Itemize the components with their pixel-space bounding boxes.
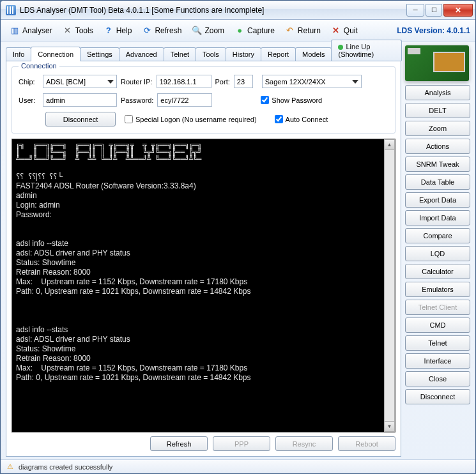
interface-button[interactable]: Interface [405,353,470,369]
capture-icon: ● [234,26,245,36]
scroll-track[interactable] [384,150,395,421]
refresh-icon: ⟳ [142,26,152,36]
calculator-button[interactable]: Calculator [405,264,470,279]
terminal-output[interactable]: ╔╗ ╔══╗╔══╗ ╔══╗╔═╗ ╦╔══╗╦ ╦ ╦╔══╗╔══╗╔═… [12,139,395,432]
tabstrip: Info Connection Settings Advanced Telnet… [6,45,401,61]
side-panel: Analysis DELT Zoom Actions SNRM Tweak Da… [405,45,470,457]
password-input[interactable] [157,93,212,107]
terminal-scrollbar[interactable]: ▲ ▼ [384,139,395,432]
cmd-button[interactable]: CMD [405,317,470,333]
minimize-button[interactable]: ─ [406,4,424,17]
ppp-button[interactable]: PPP [213,436,270,451]
close-button[interactable]: Close [405,371,470,386]
tab-models[interactable]: Models [295,47,332,61]
zoom-icon: 🔍 [192,26,202,36]
reboot-button[interactable]: Reboot [338,436,395,451]
capture-tool[interactable]: ●Capture [231,24,279,38]
export-data-button[interactable]: Export Data [405,192,470,208]
window-title: LDS Analyser (DMT Tool) Beta 4.0.1.1 [So… [20,6,405,15]
zoom-tool[interactable]: 🔍Zoom [188,24,228,38]
tab-info[interactable]: Info [6,47,31,61]
window-close-button[interactable]: ✕ [443,4,473,17]
tab-history[interactable]: History [226,47,261,61]
pcb-image [405,45,469,81]
ascii-banner: ╔╗ ╔══╗╔══╗ ╔══╗╔═╗ ╦╔══╗╦ ╦ ╦╔══╗╔══╗╔═… [16,142,391,163]
app-icon [6,5,16,15]
resync-button[interactable]: Resync [275,436,333,451]
snrm-tweak-button[interactable]: SNRM Tweak [405,157,470,172]
port-input[interactable] [234,75,253,88]
port-label: Port: [215,78,230,86]
refresh-tool[interactable]: ⟳Refresh [138,24,185,38]
terminal-text: ⸮⸮ ⸮⸮|⸮⸮ ⸮⸮└ FAST2404 ADSL Router (Softw… [16,172,251,382]
router-ip-label: Router IP: [121,78,153,86]
connection-panel: Connection Chip: ADSL [BCM] Router IP: P… [6,61,401,457]
terminal-container: ╔╗ ╔══╗╔══╗ ╔══╗╔═╗ ╦╔══╗╦ ╦ ╦╔══╗╔══╗╔═… [12,139,395,432]
quit-icon: ✕ [331,26,341,36]
client-area: Info Connection Settings Advanced Telnet… [1,42,475,459]
side-disconnect-button[interactable]: Disconnect [405,389,470,404]
tab-lineup[interactable]: Line Up (Showtime) [331,40,402,61]
tab-settings[interactable]: Settings [80,47,119,61]
special-logon-check[interactable]: Special Logon (No username required) [125,115,257,123]
scroll-up-icon[interactable]: ▲ [384,139,395,150]
delt-button[interactable]: DELT [405,103,470,118]
titlebar: LDS Analyser (DMT Tool) Beta 4.0.1.1 [So… [1,1,475,20]
tab-connection[interactable]: Connection [31,47,81,61]
scroll-down-icon[interactable]: ▼ [384,421,395,432]
import-data-button[interactable]: Import Data [405,210,470,226]
compare-button[interactable]: Compare [405,228,470,243]
return-icon: ↶ [285,26,295,36]
tab-telnet[interactable]: Telnet [164,47,196,61]
disconnect-button[interactable]: Disconnect [45,112,116,126]
analyser-tool[interactable]: ▥Analyser [6,24,56,38]
analysis-button[interactable]: Analysis [405,85,470,100]
user-label: User: [19,96,39,104]
tab-tools[interactable]: Tools [196,47,226,61]
main-toolbar: ▥Analyser ✕Tools ?Help ⟳Refresh 🔍Zoom ●C… [1,20,475,42]
maximize-button[interactable]: ☐ [426,4,442,17]
data-table-button[interactable]: Data Table [405,174,470,190]
help-icon: ? [104,26,114,36]
help-tool[interactable]: ?Help [100,24,136,38]
show-password-check[interactable]: Show Password [261,96,322,104]
actions-button[interactable]: Actions [405,139,470,154]
telnet-client-button[interactable]: Telnet Client [405,300,470,315]
tab-advanced[interactable]: Advanced [119,47,164,61]
status-message: diagrams created successfully [19,463,112,471]
telnet-button[interactable]: Telnet [405,335,470,351]
lqd-button[interactable]: LQD [405,246,470,261]
zoom-button[interactable]: Zoom [405,121,470,136]
wrench-icon: ✕ [63,26,73,36]
router-ip-input[interactable] [157,75,211,88]
main-window: LDS Analyser (DMT Tool) Beta 4.0.1.1 [So… [0,0,476,474]
version-label: LDS Version: 4.0.1.1 [397,26,470,35]
auto-connect-check[interactable]: Auto Connect [275,115,328,123]
emulators-button[interactable]: Emulators [405,282,470,297]
quit-tool[interactable]: ✕Quit [327,24,362,38]
user-input[interactable] [43,93,117,107]
chip-label: Chip: [19,78,39,86]
warning-icon: ⚠ [6,463,15,471]
tools-tool[interactable]: ✕Tools [59,24,97,38]
status-dot-icon [338,45,343,50]
chip-select[interactable]: ADSL [BCM] [43,75,117,88]
window-controls: ─ ☐ ✕ [405,4,473,17]
statusbar: ⚠ diagrams created successfully [1,459,475,473]
group-legend: Connection [19,62,59,70]
bottom-buttons: Refresh PPP Resync Reboot [12,436,395,451]
password-label: Password: [121,96,153,104]
refresh-button[interactable]: Refresh [150,436,208,451]
connection-group: Connection Chip: ADSL [BCM] Router IP: P… [12,66,395,134]
main-column: Info Connection Settings Advanced Telnet… [6,45,401,457]
return-tool[interactable]: ↶Return [281,24,325,38]
model-select[interactable]: Sagem 12XX/24XX [262,75,362,88]
tab-report[interactable]: Report [261,47,296,61]
chart-icon: ▥ [10,26,20,36]
